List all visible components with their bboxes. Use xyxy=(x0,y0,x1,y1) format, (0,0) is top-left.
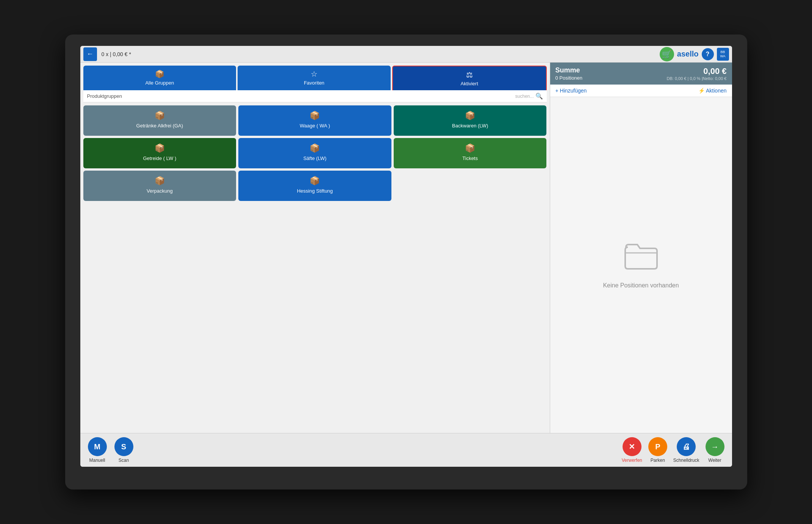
product-tickets[interactable]: 📦 Tickets xyxy=(394,138,547,168)
bottom-left: M Manuell S Scan xyxy=(88,437,133,463)
schnelldruck-button[interactable]: 🖨 Schnelldruck xyxy=(673,437,699,463)
hessing-label: Hessing Stiftung xyxy=(297,188,333,194)
search-icon[interactable]: 🔍 xyxy=(535,93,543,100)
summary-info: Summe 0 Positionen xyxy=(555,66,583,81)
product-waage[interactable]: 📦 Waage ( WA ) xyxy=(238,105,391,136)
bottom-bar: M Manuell S Scan ✕ Verwerfen P Parken xyxy=(80,433,732,467)
saefte-label: Säfte (LW) xyxy=(303,155,326,161)
product-getraenke[interactable]: 📦 Getränke Alkfrei (GA) xyxy=(83,105,236,136)
tickets-label: Tickets xyxy=(462,155,478,161)
verwerfen-label: Verwerfen xyxy=(622,458,642,463)
total-amount: 0,00 € xyxy=(667,66,727,76)
search-bar: Produktgruppen suchen... 🔍 xyxy=(83,90,547,102)
help-button[interactable]: ? xyxy=(702,48,714,60)
summary-positions: 0 Positionen xyxy=(555,75,583,81)
wa-label: WA xyxy=(720,54,725,58)
weiter-circle: → xyxy=(706,437,724,456)
manuell-label: Manuell xyxy=(89,458,105,463)
product-backwaren[interactable]: 📦 Backwaren (LW) xyxy=(394,105,547,136)
getreide-label: Getreide ( LW ) xyxy=(143,155,176,161)
tab-aktiviert[interactable]: ⚖ Aktiviert xyxy=(392,66,547,90)
verwerfen-button[interactable]: ✕ Verwerfen xyxy=(622,437,642,463)
tab-aktiviert-label: Aktiviert xyxy=(461,81,478,86)
empty-cart-text: Keine Positionen vorhanden xyxy=(603,282,679,289)
getreide-icon: 📦 xyxy=(155,143,165,153)
search-label: Produktgruppen xyxy=(87,93,122,99)
summary-header: Summe 0 Positionen 0,00 € DB: 0,00 € | 0… xyxy=(550,63,732,85)
total-details: DB: 0,00 € | 0,0 % |Netto: 0,00 € xyxy=(667,76,727,81)
empty-cart: Keine Positionen vorhanden xyxy=(550,97,732,433)
tickets-icon: 📦 xyxy=(465,143,475,153)
parken-button[interactable]: P Parken xyxy=(648,437,667,463)
tabs: 📦 Alle Gruppen ☆ Favoriten ⚖ Aktiviert xyxy=(80,63,550,90)
waage-icon: 📦 xyxy=(310,111,320,121)
search-right: suchen... 🔍 xyxy=(515,93,543,100)
tab-alle-gruppen[interactable]: 📦 Alle Gruppen xyxy=(83,66,236,90)
bb-wa-button[interactable]: BB WA xyxy=(717,48,729,61)
manuell-circle: M xyxy=(88,437,107,456)
search-placeholder: suchen... xyxy=(515,94,534,99)
getraenke-icon: 📦 xyxy=(155,111,165,121)
folder-icon xyxy=(624,242,658,276)
tab-alle-gruppen-label: Alle Gruppen xyxy=(145,80,174,86)
action-bar: + Hinzufügen ⚡ Aktionen xyxy=(550,85,732,97)
weiter-button[interactable]: → Weiter xyxy=(706,437,724,463)
favoriten-icon: ☆ xyxy=(311,69,318,78)
right-panel: Summe 0 Positionen 0,00 € DB: 0,00 € | 0… xyxy=(550,63,732,433)
parken-circle: P xyxy=(648,437,667,456)
summary-title: Summe xyxy=(555,66,583,74)
tab-favoriten[interactable]: ☆ Favoriten xyxy=(238,66,391,90)
product-verpackung[interactable]: 📦 Verpackung xyxy=(83,171,236,201)
waage-label: Waage ( WA ) xyxy=(300,123,330,129)
asello-logo: asello xyxy=(677,50,699,58)
getraenke-label: Getränke Alkfrei (GA) xyxy=(136,123,183,129)
cart-icon: 🛒 xyxy=(660,47,674,61)
product-getreide[interactable]: 📦 Getreide ( LW ) xyxy=(83,138,236,168)
backwaren-label: Backwaren (LW) xyxy=(452,123,488,129)
scan-button[interactable]: S Scan xyxy=(114,437,133,463)
aktionen-button[interactable]: ⚡ Aktionen xyxy=(698,88,727,94)
cart-info: 0 x | 0,00 € * xyxy=(102,51,660,57)
left-panel: 📦 Alle Gruppen ☆ Favoriten ⚖ Aktiviert P… xyxy=(80,63,550,433)
schnelldruck-label: Schnelldruck xyxy=(673,458,699,463)
tab-favoriten-label: Favoriten xyxy=(304,80,324,86)
header-right: 🛒 asello ? BB WA xyxy=(660,47,729,61)
back-button[interactable]: ← xyxy=(83,47,97,61)
alle-gruppen-icon: 📦 xyxy=(155,69,164,78)
scan-circle: S xyxy=(114,437,133,456)
backwaren-icon: 📦 xyxy=(465,111,475,121)
add-button[interactable]: + Hinzufügen xyxy=(555,88,587,94)
schnelldruck-circle: 🖨 xyxy=(677,437,696,456)
header-bar: ← 0 x | 0,00 € * 🛒 asello ? BB WA xyxy=(80,46,732,63)
product-saefte[interactable]: 📦 Säfte (LW) xyxy=(238,138,391,168)
aktiviert-icon: ⚖ xyxy=(466,70,473,79)
main-content: 📦 Alle Gruppen ☆ Favoriten ⚖ Aktiviert P… xyxy=(80,63,732,433)
product-grid: 📦 Getränke Alkfrei (GA) 📦 Waage ( WA ) 📦… xyxy=(80,102,550,204)
screen: ← 0 x | 0,00 € * 🛒 asello ? BB WA 📦 xyxy=(80,46,732,467)
bb-label: BB xyxy=(720,50,725,54)
verpackung-icon: 📦 xyxy=(155,176,165,186)
parken-label: Parken xyxy=(651,458,665,463)
verwerfen-circle: ✕ xyxy=(623,437,641,456)
verpackung-label: Verpackung xyxy=(147,188,173,194)
laptop-shell: ← 0 x | 0,00 € * 🛒 asello ? BB WA 📦 xyxy=(65,35,747,489)
saefte-icon: 📦 xyxy=(310,143,320,153)
bottom-right: ✕ Verwerfen P Parken 🖨 Schnelldruck → We… xyxy=(622,437,724,463)
summary-total: 0,00 € DB: 0,00 € | 0,0 % |Netto: 0,00 € xyxy=(667,66,727,81)
manuell-button[interactable]: M Manuell xyxy=(88,437,107,463)
scan-label: Scan xyxy=(119,458,129,463)
product-hessing[interactable]: 📦 Hessing Stiftung xyxy=(238,171,391,201)
hessing-icon: 📦 xyxy=(310,176,320,186)
weiter-label: Weiter xyxy=(708,458,721,463)
